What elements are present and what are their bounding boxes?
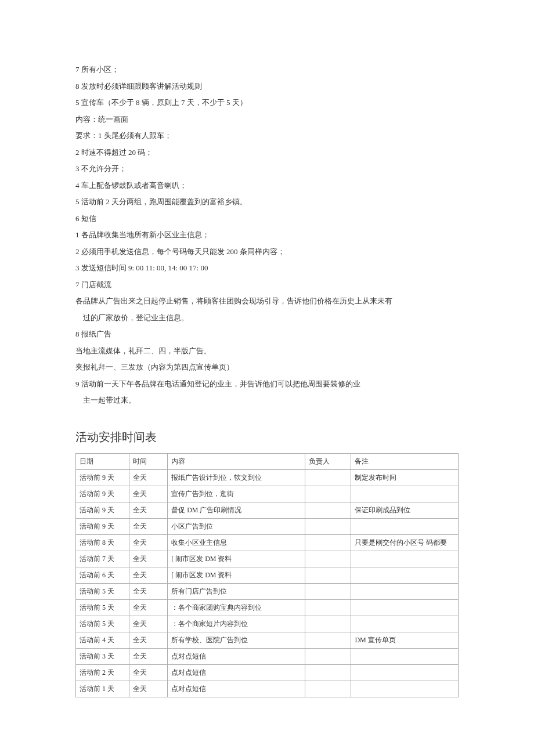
text-line: 各品牌从广告出来之日起停止销售，将顾客往团购会现场引导，告诉他们价格在历史上从来… (75, 295, 459, 307)
cell-date: 活动前 9 天 (76, 502, 129, 518)
cell-content: 点对点短信 (168, 648, 305, 664)
cell-date: 活动前 1 天 (76, 681, 129, 697)
cell-content: 点对点短信 (168, 681, 305, 697)
text-line: 9 活动前一天下午各品牌在电话通知登记的业主，并告诉他们可以把他周围要装修的业 (75, 378, 459, 390)
cell-time: 全天 (129, 583, 168, 599)
cell-time: 全天 (129, 469, 168, 486)
text-line: 7 所有小区； (75, 64, 459, 75)
col-header-content: 内容 (168, 453, 305, 469)
cell-date: 活动前 9 天 (76, 518, 129, 534)
cell-time: 全天 (129, 681, 168, 697)
table-row: 活动前 5 天 全天 ：各个商家短片内容到位 (76, 616, 459, 632)
table-row: 活动前 8 天 全天 收集小区业主信息 只要是刚交付的小区号 码都要 (76, 534, 459, 551)
cell-person (305, 681, 351, 697)
cell-time: 全天 (129, 534, 168, 551)
text-line: 7 门店截流 (75, 279, 459, 291)
cell-content: 收集小区业主信息 (168, 534, 305, 551)
cell-person (305, 567, 351, 583)
cell-time: 全天 (129, 502, 168, 518)
cell-date: 活动前 2 天 (76, 664, 129, 681)
text-line: 1 各品牌收集当地所有新小区业主信息； (75, 229, 459, 241)
cell-content: [ 闹市区发 DM 资料 (168, 551, 305, 567)
cell-time: 全天 (129, 567, 168, 583)
text-line: 4 车上配备锣鼓队或者高音喇叭； (75, 180, 459, 191)
table-row: 活动前 7 天 全天 [ 闹市区发 DM 资料 (76, 551, 459, 567)
cell-date: 活动前 4 天 (76, 632, 129, 648)
text-line: 2 必须用手机发送信息，每个号码每天只能发 200 条同样内容； (75, 246, 459, 258)
text-line: 要求：1 头尾必须有人跟车； (75, 130, 459, 142)
cell-note (351, 567, 459, 583)
text-line: 主一起带过来。 (75, 395, 459, 406)
cell-note (351, 648, 459, 664)
cell-content: 点对点短信 (168, 664, 305, 681)
cell-time: 全天 (129, 551, 168, 567)
text-line: 3 发送短信时间 9: 00 11: 00, 14: 00 17: 00 (75, 262, 459, 274)
cell-person (305, 551, 351, 567)
cell-note (351, 599, 459, 616)
col-header-person: 负责人 (305, 453, 351, 469)
text-line: 夹报礼拜一、三发放（内容为第四点宣传单页） (75, 361, 459, 373)
cell-content: [ 闹市区发 DM 资料 (168, 567, 305, 583)
table-row: 活动前 2 天 全天 点对点短信 (76, 664, 459, 681)
cell-time: 全天 (129, 616, 168, 632)
cell-time: 全天 (129, 518, 168, 534)
text-line: 过的厂家放价，登记业主信息。 (75, 312, 459, 324)
text-line: 8 发放时必须详细跟顾客讲解活动规则 (75, 81, 459, 92)
cell-content: 宣传广告到位，逛街 (168, 486, 305, 502)
cell-date: 活动前 6 天 (76, 567, 129, 583)
cell-date: 活动前 5 天 (76, 583, 129, 599)
cell-person (305, 648, 351, 664)
cell-note: DM 宣传单页 (351, 632, 459, 648)
cell-content: ：各个商家团购宝典内容到位 (168, 599, 305, 616)
cell-date: 活动前 3 天 (76, 648, 129, 664)
cell-person (305, 486, 351, 502)
table-row: 活动前 4 天 全天 所有学校、医院广告到位 DM 宣传单页 (76, 632, 459, 648)
cell-date: 活动前 9 天 (76, 486, 129, 502)
table-row: 活动前 6 天 全天 [ 闹市区发 DM 资料 (76, 567, 459, 583)
cell-content: 报纸广告设计到位，软文到位 (168, 469, 305, 486)
cell-note (351, 551, 459, 567)
table-row: 活动前 9 天 全天 宣传广告到位，逛街 (76, 486, 459, 502)
cell-person (305, 583, 351, 599)
table-header-row: 日期 时间 内容 负责人 备注 (76, 453, 459, 469)
text-line: 2 时速不得超过 20 码； (75, 147, 459, 158)
cell-content: 小区广告到位 (168, 518, 305, 534)
cell-person (305, 518, 351, 534)
cell-person (305, 469, 351, 486)
cell-person (305, 599, 351, 616)
col-header-note: 备注 (351, 453, 459, 469)
cell-person (305, 616, 351, 632)
text-line: 6 短信 (75, 213, 459, 225)
cell-note (351, 518, 459, 534)
table-row: 活动前 5 天 全天 ：各个商家团购宝典内容到位 (76, 599, 459, 616)
text-line: 当地主流媒体，礼拜二、四，半版广告。 (75, 345, 459, 357)
cell-content: 督促 DM 广告印刷情况 (168, 502, 305, 518)
text-line: 5 宣传车（不少于 8 辆，原则上 7 天，不少于 5 天） (75, 97, 459, 108)
cell-note (351, 616, 459, 632)
cell-note (351, 583, 459, 599)
cell-note: 制定发布时间 (351, 469, 459, 486)
cell-note: 只要是刚交付的小区号 码都要 (351, 534, 459, 551)
table-row: 活动前 9 天 全天 报纸广告设计到位，软文到位 制定发布时间 (76, 469, 459, 486)
table-title: 活动安排时间表 (75, 429, 459, 445)
cell-content: ：各个商家短片内容到位 (168, 616, 305, 632)
cell-time: 全天 (129, 632, 168, 648)
cell-note (351, 486, 459, 502)
cell-time: 全天 (129, 664, 168, 681)
table-row: 活动前 9 天 全天 小区广告到位 (76, 518, 459, 534)
col-header-time: 时间 (129, 453, 168, 469)
table-row: 活动前 9 天 全天 督促 DM 广告印刷情况 保证印刷成品到位 (76, 502, 459, 518)
cell-person (305, 664, 351, 681)
cell-date: 活动前 9 天 (76, 469, 129, 486)
cell-person (305, 534, 351, 551)
cell-content: 所有门店广告到位 (168, 583, 305, 599)
col-header-date: 日期 (76, 453, 129, 469)
text-line: 内容：统一画面 (75, 114, 459, 125)
cell-date: 活动前 8 天 (76, 534, 129, 551)
cell-time: 全天 (129, 486, 168, 502)
cell-person (305, 502, 351, 518)
table-row: 活动前 1 天 全天 点对点短信 (76, 681, 459, 697)
text-line: 8 报纸广告 (75, 328, 459, 340)
cell-note (351, 681, 459, 697)
cell-date: 活动前 7 天 (76, 551, 129, 567)
